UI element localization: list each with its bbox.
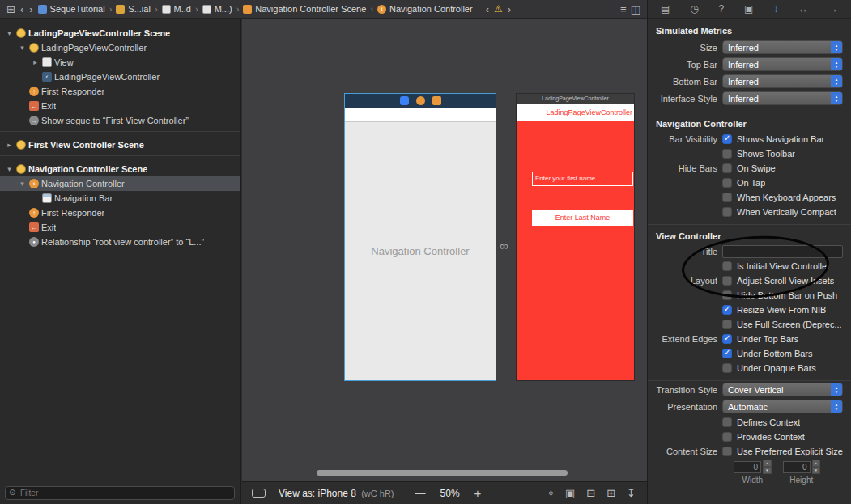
outline-row[interactable]: Show segue to “First View Controller” [0, 113, 240, 128]
outline-row[interactable]: ▾LadingPageViewController [0, 40, 240, 55]
checkbox-defines-context[interactable] [722, 417, 732, 427]
vc-yellow-icon [16, 140, 26, 150]
checkbox-resize-view-from-nib[interactable] [722, 305, 732, 315]
warning-icon[interactable]: ⚠ [494, 3, 503, 15]
outline-row[interactable]: ▾Navigation Controller Scene [0, 162, 240, 176]
breadcrumb-item-m[interactable]: M...) [202, 4, 232, 14]
outline-row[interactable]: ▾LadingPageViewController Scene [0, 26, 240, 40]
height-value-field[interactable]: 0 [783, 461, 811, 473]
attributes-inspector-icon[interactable]: ↓ [773, 3, 778, 15]
title-textfield[interactable] [722, 245, 843, 258]
navigation-bar-area[interactable] [345, 108, 496, 122]
exit-dock-icon[interactable] [432, 96, 441, 105]
zoom-selection-icon[interactable]: ⌖ [548, 487, 554, 500]
previous-issue-icon[interactable]: ‹ [485, 3, 490, 15]
horizontal-scrollbar[interactable] [317, 470, 568, 476]
transition-style-popup[interactable]: Cover Vertical▴▾ [722, 383, 843, 396]
stepper-up-icon[interactable]: ▴ [812, 460, 821, 467]
checkbox-on-tap[interactable] [722, 178, 732, 188]
disclosure-open-icon[interactable]: ▾ [5, 29, 14, 37]
checkbox-under-opaque-bars[interactable] [722, 363, 732, 373]
back-icon[interactable]: ‹ [19, 3, 24, 15]
outline-row[interactable]: Relationship “root view controller” to “… [0, 235, 240, 249]
editor-layout-icon[interactable]: ◫ [631, 3, 640, 15]
filter-input[interactable] [5, 486, 235, 500]
breadcrumb-item-navigation-controller-scene[interactable]: Navigation Controller Scene [243, 4, 366, 14]
checkbox-use-full-screen-deprec[interactable] [722, 320, 732, 329]
stepper-down-icon[interactable]: ▾ [812, 467, 821, 474]
breadcrumb-item-m-d[interactable]: M..d [162, 4, 191, 14]
checkbox-hide-bottom-bar-on-push[interactable] [722, 290, 732, 300]
quick-help-icon[interactable]: ? [719, 3, 725, 15]
device-icon[interactable] [252, 489, 266, 498]
size-popup[interactable]: Inferred▴▾ [722, 40, 843, 54]
outline-row[interactable]: Navigation Bar [0, 191, 240, 205]
navigation-controller-frame[interactable]: Navigation Controller [344, 93, 496, 381]
interface-style-popup[interactable]: Inferred▴▾ [722, 91, 843, 105]
checkbox-under-top-bars[interactable] [722, 334, 732, 344]
checkbox-when-vertically-compact[interactable] [722, 207, 732, 217]
align-icon[interactable]: ⊟ [586, 487, 595, 500]
add-constraints-icon[interactable]: ⊞ [606, 487, 615, 500]
hamburger-icon[interactable]: ≡ [620, 3, 627, 15]
breadcrumb-item-sequetutorial[interactable]: SequeTutorial [38, 4, 105, 14]
vc-yellow-icon [29, 43, 39, 53]
checkbox-label: On Swipe [737, 163, 776, 173]
height-stepper-group: 0▴▾Height [783, 460, 821, 485]
embed-in-stack-icon[interactable]: ▣ [565, 487, 575, 500]
checkbox-on-swipe[interactable] [722, 163, 732, 173]
outline-row[interactable]: ▸First View Controller Scene [0, 138, 240, 152]
file-inspector-icon[interactable]: ▤ [661, 3, 670, 15]
checkbox-under-bottom-bars[interactable] [722, 349, 732, 358]
last-name-button[interactable]: Enter Last Name [532, 210, 633, 226]
checkbox-use-preferred-explicit-size[interactable] [722, 447, 732, 456]
checkbox-is-initial-view-controller[interactable] [722, 261, 732, 271]
outline-row[interactable]: ▸View [0, 55, 240, 70]
checkbox-shows-toolbar[interactable] [722, 149, 732, 159]
view-controller-dock-icon[interactable] [400, 96, 409, 105]
storyboard-canvas[interactable]: Navigation Controller LadingPageViewCont… [242, 19, 647, 481]
outline-row[interactable]: First Responder [0, 205, 240, 220]
forward-icon[interactable]: › [28, 3, 33, 15]
breadcrumb-item-s-ial[interactable]: S...ial [116, 4, 151, 14]
identity-inspector-icon[interactable]: ▣ [744, 3, 753, 15]
related-items-icon[interactable]: ⊞ [6, 3, 15, 15]
view-as-button[interactable]: View as: iPhone 8 (wC hR) [279, 488, 394, 499]
lading-page-view-controller-frame[interactable]: LadingPageViewController LadingPageViewC… [516, 93, 635, 381]
first-name-textfield[interactable]: Enter your first name [532, 172, 633, 186]
disclosure-open-icon[interactable]: ▾ [18, 44, 27, 52]
next-issue-icon[interactable]: › [507, 3, 512, 15]
checkbox-shows-navigation-bar[interactable] [722, 134, 732, 144]
connections-inspector-icon[interactable]: → [828, 3, 838, 15]
outline-row[interactable]: Exit [0, 99, 240, 113]
history-inspector-icon[interactable]: ◷ [690, 3, 698, 15]
zoom-in-button[interactable]: + [474, 486, 482, 500]
zoom-out-button[interactable]: — [415, 487, 426, 499]
disclosure-open-icon[interactable]: ▾ [18, 180, 27, 188]
disclosure-open-icon[interactable]: ▾ [5, 165, 14, 173]
segue-connector-icon[interactable]: ∞ [500, 239, 508, 252]
checkbox-provides-context[interactable] [722, 432, 732, 442]
disclosure-closed-icon[interactable]: ▸ [31, 58, 40, 66]
top-bar-popup[interactable]: Inferred▴▾ [722, 57, 843, 71]
outline-row[interactable]: First Responder [0, 84, 240, 99]
size-inspector-icon[interactable]: ↔ [798, 3, 808, 15]
disclosure-closed-icon[interactable]: ▸ [5, 141, 14, 149]
navigation-controller-body[interactable]: Navigation Controller [345, 122, 496, 380]
outline-row[interactable]: LadingPageViewController [0, 70, 240, 84]
stepper-down-icon[interactable]: ▾ [763, 467, 772, 474]
checkbox-when-keyboard-appears[interactable] [722, 193, 732, 202]
presentation-popup[interactable]: Automatic▴▾ [722, 400, 843, 413]
resolve-layout-issues-icon[interactable]: ↧ [627, 487, 636, 500]
inspector-content: Simulated MetricsSizeInferred▴▾Top BarIn… [647, 19, 851, 504]
first-responder-dock-icon[interactable] [416, 96, 425, 105]
outline-row[interactable]: ▾Navigation Controller [0, 176, 240, 191]
bottom-bar-popup[interactable]: Inferred▴▾ [722, 74, 843, 88]
width-value-field[interactable]: 0 [734, 461, 761, 473]
zoom-level[interactable]: 50% [440, 488, 460, 499]
outline-row[interactable]: Exit [0, 220, 240, 235]
breadcrumb-item-navigation-controller[interactable]: Navigation Controller [377, 4, 473, 14]
checkbox-adjust-scroll-view-insets[interactable] [722, 276, 732, 286]
stepper-up-icon[interactable]: ▴ [763, 460, 772, 467]
checkbox-label: Is Initial View Controller [737, 261, 830, 271]
